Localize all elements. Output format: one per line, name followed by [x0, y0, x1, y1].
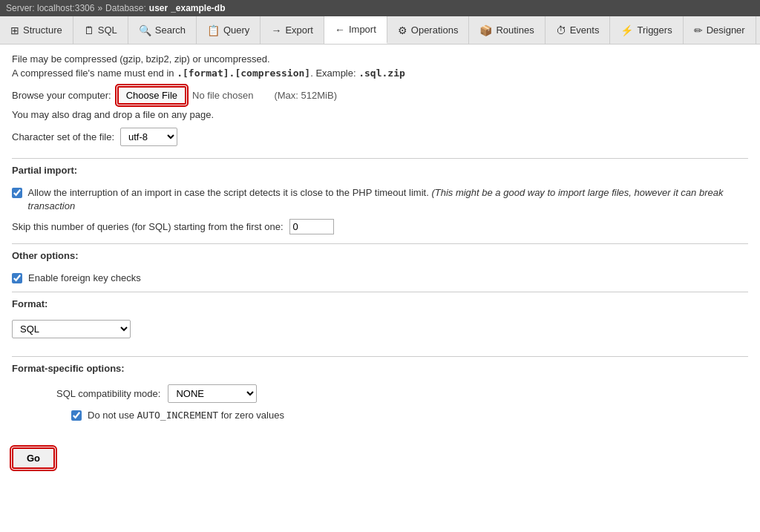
format-specific-header: Format-specific options:: [12, 356, 748, 378]
main-content: File may be compressed (gzip, bzip2, zip…: [0, 45, 760, 532]
tab-import[interactable]: ← Import: [324, 16, 387, 44]
operations-icon: ⚙: [398, 24, 407, 36]
tab-triggers[interactable]: ⚡ Triggers: [610, 16, 683, 44]
sql-compat-row: SQL compatibility mode: NONEANSIDB2MAXDB…: [12, 384, 748, 403]
sql-compat-select[interactable]: NONEANSIDB2MAXDBMYSQL323MYSQL40MSSQLORAC…: [168, 384, 257, 403]
tab-triggers-label: Triggers: [637, 24, 672, 36]
title-dbname: _example-db: [171, 3, 225, 13]
partial-import-label: Allow the interruption of an import in c…: [28, 186, 748, 213]
partial-import-row: Allow the interruption of an import in c…: [12, 186, 748, 213]
tab-events-label: Events: [570, 24, 600, 36]
tab-operations-label: Operations: [411, 24, 459, 36]
go-btn-wrapper: Go: [12, 440, 748, 469]
tab-sql-label: SQL: [98, 24, 117, 36]
charset-row: Character set of the file: utf-8utf-16la…: [12, 128, 748, 146]
tab-search[interactable]: 🔍 Search: [128, 16, 197, 44]
import-icon: ←: [335, 24, 345, 36]
tab-query[interactable]: 📋 Query: [197, 16, 261, 44]
tab-routines[interactable]: 📦 Routines: [469, 16, 545, 44]
info2-code: .[format].[compression]: [177, 68, 310, 79]
fk-checks-label: Enable foreign key checks: [28, 272, 141, 285]
auto-increment-label: Do not use AUTO_INCREMENT for zero value…: [88, 409, 284, 422]
info2-prefix: A compressed file's name must end in: [12, 68, 177, 79]
drag-drop-text: You may also drag and drop a file on any…: [12, 109, 748, 120]
browse-row: Browse your computer: Choose File No fil…: [12, 86, 748, 105]
max-size-text: (Max: 512MiB): [274, 90, 337, 101]
charset-select[interactable]: utf-8utf-16latin1asciicp1252: [120, 128, 177, 146]
tab-designer[interactable]: ✏ Designer: [684, 16, 756, 44]
format-select[interactable]: SQLCSVCSV using LOAD DATAJSONMediainfoOD…: [12, 320, 131, 338]
fk-checks-checkbox[interactable]: [12, 273, 22, 283]
skip-row: Skip this number of queries (for SQL) st…: [12, 219, 748, 234]
title-arrow: »: [97, 3, 102, 13]
info2-example: .sql.zip: [358, 68, 405, 79]
title-bar: Server: localhost:3306 » Database: user …: [0, 0, 760, 16]
search-icon: 🔍: [139, 24, 151, 36]
tab-designer-label: Designer: [707, 24, 745, 36]
info-compression: File may be compressed (gzip, bzip2, zip…: [12, 53, 748, 65]
tab-query-label: Query: [223, 24, 249, 36]
charset-label: Character set of the file:: [12, 131, 114, 142]
routines-icon: 📦: [479, 24, 492, 36]
info2-suffix: . Example:: [310, 68, 358, 79]
tab-structure[interactable]: ⊞ Structure: [0, 16, 73, 44]
tab-export-label: Export: [285, 24, 313, 36]
tab-export[interactable]: → Export: [261, 16, 324, 44]
auto-increment-row: Do not use AUTO_INCREMENT for zero value…: [12, 409, 748, 422]
skip-input[interactable]: [289, 219, 334, 234]
sql-compat-label: SQL compatibility mode:: [56, 388, 160, 399]
title-user: user: [149, 3, 168, 13]
format-header: Format:: [12, 292, 748, 314]
structure-icon: ⊞: [10, 24, 19, 36]
partial-import-header: Partial import:: [12, 158, 748, 180]
tab-routines-label: Routines: [496, 24, 534, 36]
title-server: Server: localhost:3306: [6, 3, 94, 13]
skip-label: Skip this number of queries (for SQL) st…: [12, 221, 284, 232]
tab-import-label: Import: [349, 24, 376, 35]
partial-import-checkbox[interactable]: [12, 188, 22, 198]
browse-label: Browse your computer:: [12, 90, 111, 101]
choose-file-button[interactable]: Choose File: [117, 86, 186, 105]
title-database-label: Database:: [105, 3, 146, 13]
tab-sql[interactable]: 🗒 SQL: [73, 16, 128, 44]
other-options-header: Other options:: [12, 243, 748, 266]
tab-events[interactable]: ⏱ Events: [546, 16, 611, 44]
fk-checks-row: Enable foreign key checks: [12, 272, 748, 285]
no-file-text: No file chosen: [192, 90, 253, 101]
go-button[interactable]: Go: [12, 447, 55, 469]
nav-tabs: ⊞ Structure 🗒 SQL 🔍 Search 📋 Query → Exp…: [0, 16, 760, 45]
query-icon: 📋: [207, 24, 220, 36]
auto-increment-checkbox[interactable]: [71, 410, 82, 421]
partial-label-main: Allow the interruption of an import in c…: [28, 187, 429, 198]
triggers-icon: ⚡: [620, 24, 633, 36]
tab-search-label: Search: [155, 24, 186, 36]
events-icon: ⏱: [556, 24, 566, 36]
info-format: A compressed file's name must end in .[f…: [12, 68, 748, 79]
export-icon: →: [271, 24, 281, 36]
designer-icon: ✏: [694, 24, 703, 36]
tab-operations[interactable]: ⚙ Operations: [387, 16, 470, 44]
sql-icon: 🗒: [84, 24, 94, 36]
tab-structure-label: Structure: [23, 24, 62, 36]
